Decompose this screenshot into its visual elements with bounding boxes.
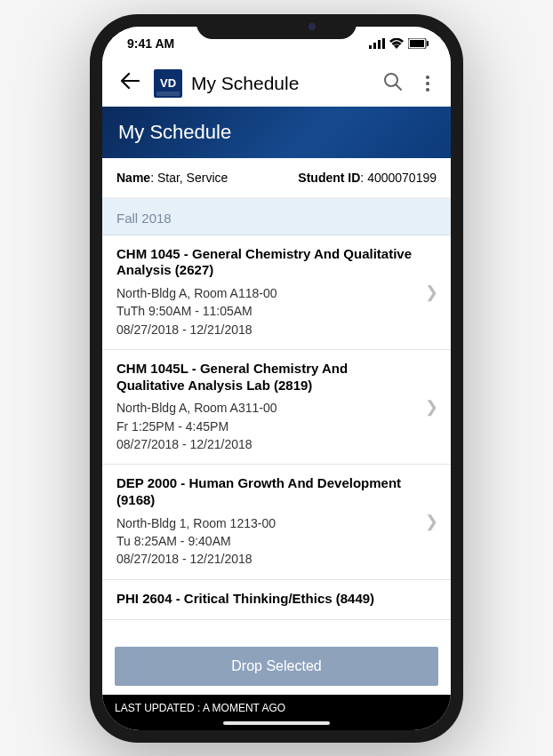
course-title: PHI 2604 - Critical Thinking/Ethics (844… bbox=[116, 591, 438, 608]
back-button[interactable] bbox=[115, 68, 145, 99]
phone-body: 9:41 AM VD My Schedule bbox=[90, 14, 463, 743]
course-list[interactable]: CHM 1045 - General Chemistry And Qualita… bbox=[102, 235, 451, 638]
course-body: CHM 1045 - General Chemistry And Qualita… bbox=[116, 246, 418, 338]
home-indicator[interactable] bbox=[223, 721, 330, 725]
course-item[interactable]: CHM 1045 - General Chemistry And Qualita… bbox=[102, 235, 451, 350]
course-title: DEP 2000 - Human Growth And Development … bbox=[116, 475, 418, 509]
chevron-right-icon: ❯ bbox=[425, 283, 438, 302]
student-name: Name: Star, Service bbox=[116, 171, 228, 185]
course-body: CHM 1045L - General Chemistry And Qualit… bbox=[116, 361, 418, 453]
course-dates: 08/27/2018 - 12/21/2018 bbox=[116, 550, 418, 568]
student-name-label: Name bbox=[116, 171, 150, 185]
search-button[interactable] bbox=[378, 67, 408, 100]
dot-icon bbox=[426, 82, 429, 85]
course-body: PHI 2604 - Critical Thinking/Ethics (844… bbox=[116, 591, 438, 613]
course-dates: 08/27/2018 - 12/21/2018 bbox=[116, 435, 418, 453]
student-id-value: 4000070199 bbox=[367, 171, 437, 185]
chevron-right-icon: ❯ bbox=[425, 512, 438, 531]
course-title: CHM 1045 - General Chemistry And Qualita… bbox=[116, 246, 418, 280]
svg-rect-1 bbox=[373, 43, 376, 49]
phone-screen: 9:41 AM VD My Schedule bbox=[102, 27, 451, 730]
phone-frame: 9:41 AM VD My Schedule bbox=[90, 14, 463, 743]
course-item[interactable]: PHI 2604 - Critical Thinking/Ethics (844… bbox=[102, 580, 451, 621]
chevron-right-icon: ❯ bbox=[425, 397, 438, 417]
phone-notch bbox=[196, 14, 357, 39]
student-id: Student ID: 4000070199 bbox=[298, 171, 437, 185]
page-banner: My Schedule bbox=[102, 107, 451, 158]
course-body: DEP 2000 - Human Growth And Development … bbox=[116, 475, 418, 568]
student-info-row: Name: Star, Service Student ID: 40000701… bbox=[102, 158, 451, 198]
back-arrow-icon bbox=[120, 72, 140, 90]
more-options-button[interactable] bbox=[417, 70, 438, 97]
svg-rect-5 bbox=[410, 40, 424, 47]
course-location: North-Bldg 1, Room 1213-00 bbox=[116, 514, 418, 532]
status-time: 9:41 AM bbox=[127, 36, 174, 51]
search-icon bbox=[383, 72, 403, 92]
svg-rect-6 bbox=[427, 41, 429, 46]
term-header: Fall 2018 bbox=[102, 198, 451, 235]
course-location: North-Bldg A, Room A311-00 bbox=[116, 399, 418, 417]
svg-rect-2 bbox=[378, 40, 381, 49]
page-title: My Schedule bbox=[118, 121, 231, 143]
signal-icon bbox=[369, 38, 385, 49]
app-header-title: My Schedule bbox=[191, 73, 369, 94]
svg-rect-3 bbox=[382, 38, 385, 49]
course-time: Tu 8:25AM - 9:40AM bbox=[116, 532, 418, 550]
course-item[interactable]: CHM 1045L - General Chemistry And Qualit… bbox=[102, 350, 451, 465]
battery-icon bbox=[408, 38, 429, 49]
app-logo: VD bbox=[154, 69, 182, 98]
course-location: North-Bldg A, Room A118-00 bbox=[116, 284, 418, 302]
svg-line-8 bbox=[397, 84, 402, 90]
footer-bar: LAST UPDATED : A MOMENT AGO bbox=[102, 695, 451, 730]
status-icons bbox=[369, 38, 429, 49]
course-time: Fr 1:25PM - 4:45PM bbox=[116, 418, 418, 435]
course-title: CHM 1045L - General Chemistry And Qualit… bbox=[116, 361, 418, 394]
wifi-icon bbox=[389, 38, 404, 49]
student-id-label: Student ID bbox=[298, 171, 360, 185]
app-header: VD My Schedule bbox=[102, 60, 451, 107]
last-updated-text: LAST UPDATED : A MOMENT AGO bbox=[115, 702, 285, 714]
course-dates: 08/27/2018 - 12/21/2018 bbox=[116, 321, 418, 338]
action-bar: Drop Selected bbox=[102, 638, 451, 695]
svg-rect-0 bbox=[369, 45, 372, 49]
student-name-value: Star, Service bbox=[157, 171, 228, 185]
course-item[interactable]: DEP 2000 - Human Growth And Development … bbox=[102, 465, 451, 579]
course-time: TuTh 9:50AM - 11:05AM bbox=[116, 302, 418, 320]
drop-selected-button[interactable]: Drop Selected bbox=[115, 647, 438, 686]
dot-icon bbox=[426, 76, 429, 79]
dot-icon bbox=[426, 88, 429, 92]
